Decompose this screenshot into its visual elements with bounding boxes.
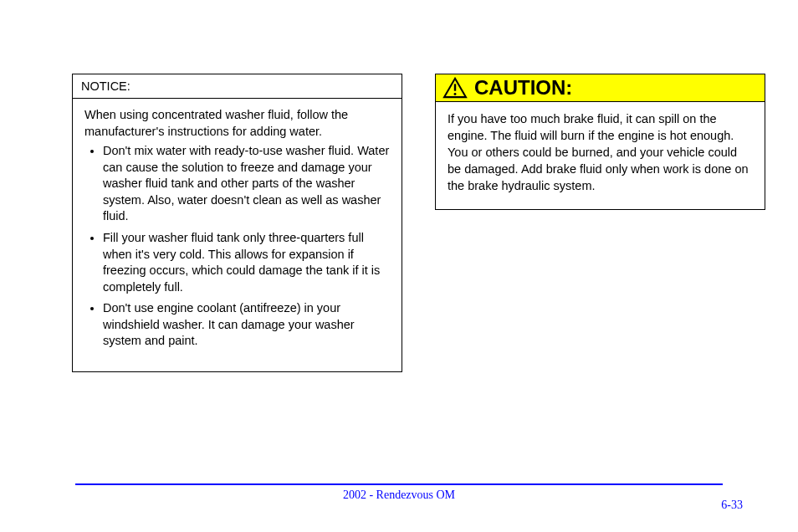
svg-point-2	[454, 93, 457, 95]
notice-header: NOTICE:	[73, 74, 402, 99]
caution-header: CAUTION:	[436, 74, 765, 102]
list-item: Don't use engine coolant (antifreeze) in…	[103, 300, 390, 350]
alert-triangle-icon	[442, 77, 468, 99]
notice-box: NOTICE: When using concentrated washer f…	[72, 74, 402, 372]
notice-body: When using concentrated washer fluid, fo…	[73, 99, 402, 371]
caution-box: CAUTION: If you have too much brake flui…	[435, 74, 765, 210]
list-item: Don't mix water with ready-to-use washer…	[103, 143, 390, 225]
caution-body-text: If you have too much brake fluid, it can…	[436, 102, 765, 209]
notice-list: Don't mix water with ready-to-use washer…	[84, 143, 390, 350]
list-item: Fill your washer fluid tank only three-q…	[103, 230, 390, 295]
page-number: 6-33	[721, 499, 743, 512]
footer-divider	[75, 483, 723, 485]
notice-intro: When using concentrated washer fluid, fo…	[84, 107, 390, 140]
footer-text: 2002 - Rendezvous OM	[75, 489, 723, 502]
caution-title: CAUTION:	[474, 76, 572, 100]
